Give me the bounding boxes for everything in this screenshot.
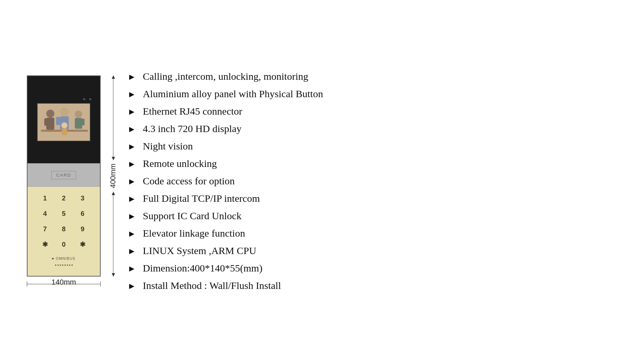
grille-dot-2 — [57, 264, 59, 266]
svg-point-2 — [46, 110, 54, 118]
feature-item-8: ►Full Digital TCP/IP intercom — [127, 191, 617, 205]
speaker-grille — [55, 264, 73, 266]
feature-text-13: Install Method : Wall/Flush Install — [143, 279, 281, 293]
device-brand: OMNIBUS — [52, 256, 75, 260]
camera-dots — [83, 98, 95, 100]
key-hash: ✱ — [78, 240, 87, 249]
feature-item-2: ►Aluminium alloy panel with Physical But… — [127, 87, 617, 101]
key-9: 9 — [78, 224, 87, 234]
grille-dot-5 — [64, 264, 66, 266]
grille-dot-6 — [67, 264, 68, 266]
key-0: 0 — [59, 240, 68, 249]
width-dimension-label: 140mm — [51, 278, 76, 287]
camera-dot-1 — [83, 98, 85, 100]
device-wrapper: CARD 1 2 3 4 5 6 7 8 9 ✱ 0 — [27, 75, 101, 277]
feature-text-12: Dimension:400*140*55(mm) — [143, 261, 263, 275]
device-card-section: CARD — [28, 163, 100, 187]
bullet-icon-13: ► — [127, 282, 136, 291]
svg-rect-9 — [62, 128, 67, 135]
feature-item-6: ►Remote unlocking — [127, 157, 617, 171]
card-label: CARD — [51, 171, 76, 179]
bullet-icon-8: ► — [127, 195, 136, 203]
camera-dot-2 — [89, 98, 91, 100]
key-1: 1 — [40, 193, 50, 203]
svg-point-10 — [75, 111, 82, 118]
brand-dot — [52, 258, 54, 259]
height-arrow-line — [113, 75, 113, 160]
device-body: CARD 1 2 3 4 5 6 7 8 9 ✱ 0 — [27, 75, 101, 277]
svg-rect-4 — [44, 118, 48, 126]
feature-item-13: ►Install Method : Wall/Flush Install — [127, 279, 617, 293]
keypad-grid: 1 2 3 4 5 6 7 8 9 ✱ 0 ✱ — [40, 193, 87, 249]
width-arrow-line: 140mm — [27, 284, 100, 284]
bullet-icon-1: ► — [127, 73, 136, 81]
key-8: 8 — [59, 224, 68, 234]
svg-rect-11 — [75, 118, 82, 129]
bullet-icon-4: ► — [127, 125, 136, 134]
key-star: ✱ — [40, 240, 50, 249]
device-screen — [37, 103, 91, 141]
feature-text-9: Support IC Card Unlock — [143, 209, 241, 223]
height-arrow-line-2 — [113, 192, 113, 277]
features-section: ►Calling ,intercom, unlocking, monitorin… — [127, 69, 617, 293]
bullet-icon-5: ► — [127, 142, 136, 151]
svg-point-5 — [60, 108, 69, 116]
feature-item-10: ►Elevator linkage function — [127, 226, 617, 240]
feature-text-4: 4.3 inch 720 HD display — [143, 122, 241, 136]
bullet-icon-6: ► — [127, 160, 136, 169]
key-3: 3 — [78, 193, 87, 203]
feature-item-4: ► 4.3 inch 720 HD display — [127, 122, 617, 136]
device-keypad: 1 2 3 4 5 6 7 8 9 ✱ 0 ✱ — [28, 187, 100, 276]
feature-item-3: ►Ethernet RJ45 connector — [127, 104, 617, 118]
grille-dot-4 — [62, 264, 63, 266]
feature-text-7: Code access for option — [143, 174, 235, 188]
feature-item-9: ►Support IC Card Unlock — [127, 209, 617, 223]
bullet-icon-7: ► — [127, 177, 136, 186]
svg-rect-12 — [81, 119, 85, 125]
bullet-icon-2: ► — [127, 90, 136, 99]
svg-rect-7 — [56, 117, 60, 125]
feature-text-11: LINUX System ,ARM CPU — [143, 244, 256, 258]
feature-text-6: Remote unlocking — [143, 157, 217, 171]
bullet-icon-9: ► — [127, 212, 136, 221]
bullet-icon-3: ► — [127, 108, 136, 116]
feature-text-8: Full Digital TCP/IP intercom — [143, 191, 260, 205]
grille-dot-3 — [60, 264, 61, 266]
feature-text-10: Elevator linkage function — [143, 226, 245, 240]
feature-text-5: Night vision — [143, 139, 193, 153]
bullet-icon-10: ► — [127, 230, 136, 238]
feature-text-3: Ethernet RJ45 connector — [143, 104, 243, 118]
grille-dot-7 — [69, 264, 70, 266]
brand-text: OMNIBUS — [56, 256, 75, 260]
feature-item-12: ►Dimension:400*140*55(mm) — [127, 261, 617, 275]
svg-point-8 — [61, 122, 67, 128]
height-dimension-label: 400mm — [109, 160, 117, 191]
height-arrow: 400mm — [109, 75, 117, 277]
feature-item-7: ►Code access for option — [127, 174, 617, 188]
feature-text-1: Calling ,intercom, unlocking, monitoring — [143, 69, 308, 83]
key-7: 7 — [40, 224, 50, 234]
grille-dot-8 — [71, 264, 73, 266]
feature-item-1: ►Calling ,intercom, unlocking, monitorin… — [127, 69, 617, 83]
feature-text-2: Aluminium alloy panel with Physical Butt… — [143, 87, 323, 101]
width-arrow-row: 140mm — [27, 281, 101, 287]
key-4: 4 — [40, 209, 50, 218]
bullet-icon-12: ► — [127, 264, 136, 273]
bullet-icon-11: ► — [127, 247, 136, 256]
width-tick-right — [100, 281, 101, 287]
grille-dot-1 — [55, 264, 56, 266]
feature-item-5: ►Night vision — [127, 139, 617, 153]
key-2: 2 — [59, 193, 68, 203]
device-top — [28, 76, 100, 163]
device-section: CARD 1 2 3 4 5 6 7 8 9 ✱ 0 — [27, 75, 101, 287]
key-5: 5 — [59, 209, 68, 218]
feature-item-11: ►LINUX System ,ARM CPU — [127, 244, 617, 258]
key-6: 6 — [78, 209, 87, 218]
main-container: CARD 1 2 3 4 5 6 7 8 9 ✱ 0 — [0, 0, 644, 362]
screen-image — [38, 104, 90, 141]
